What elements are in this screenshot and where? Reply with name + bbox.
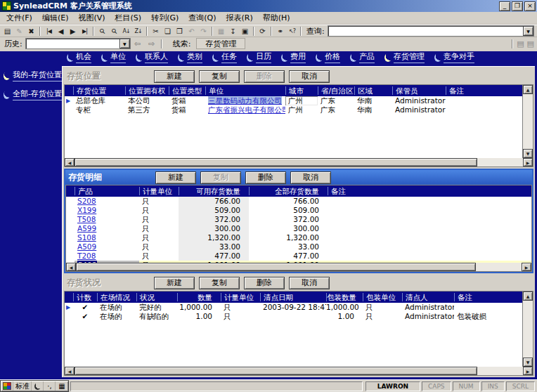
back-icon[interactable]: ⇦: [131, 38, 145, 49]
column-header[interactable]: 在场情况: [97, 293, 136, 301]
scroll-right-icon[interactable]: ▶: [523, 367, 533, 375]
column-header[interactable]: 位置类型: [169, 86, 205, 95]
paste-icon[interactable]: ❒: [174, 26, 186, 37]
column-header[interactable]: 备注: [328, 187, 531, 195]
tab-日历[interactable]: 日历: [242, 51, 276, 63]
product-link[interactable]: A599: [77, 224, 96, 233]
product-link[interactable]: A509: [77, 242, 96, 251]
record-card-icon[interactable]: ▤: [527, 39, 534, 48]
copy-button[interactable]: 复制: [199, 70, 240, 83]
forward-icon[interactable]: ⇨: [145, 38, 159, 49]
sidebar-item-my-stock-locations[interactable]: 我的-存货位置: [0, 70, 62, 81]
scroll-left-icon[interactable]: ◀: [65, 367, 75, 375]
product-link[interactable]: S208: [77, 197, 96, 205]
table-row[interactable]: ✔ 在场的 有缺陷的 1.00 只 1.00 只 Administrator 包…: [65, 312, 522, 321]
redo-icon[interactable]: ↷: [198, 26, 209, 37]
table-row[interactable]: A509只33.0033.00: [66, 242, 531, 251]
menu-item-1[interactable]: 编辑(E): [37, 11, 74, 25]
sort-descending-icon[interactable]: Z↓: [132, 26, 144, 37]
tab-产品[interactable]: 产品: [345, 51, 380, 63]
table-row[interactable]: ▶ ✔ 在场的 完好的 1,000.00 只 2003-09-22 18:47 …: [65, 303, 522, 312]
cell-city-editor[interactable]: 广州: [285, 96, 318, 105]
horizontal-scrollbar[interactable]: ◀ ▶: [64, 367, 533, 376]
ime-logo-icon[interactable]: [1, 381, 13, 391]
minimize-button[interactable]: _: [499, 1, 510, 11]
table-row[interactable]: T508只372.00372.00: [66, 215, 531, 224]
cancel-button[interactable]: 取消: [289, 70, 330, 83]
export-icon[interactable]: ↧: [227, 26, 239, 37]
cell-count-check[interactable]: ✔: [73, 312, 97, 321]
close-button[interactable]: ×: [524, 1, 536, 11]
sidebar-item-all-stock-locations[interactable]: 全部-存货位置: [0, 89, 62, 100]
history-combobox[interactable]: ▼: [25, 38, 131, 49]
product-link[interactable]: T208: [77, 251, 96, 260]
new-button[interactable]: 新建: [154, 70, 195, 83]
column-header[interactable]: 备注: [454, 293, 522, 301]
cell-count-check[interactable]: ✔: [73, 303, 97, 312]
cancel-button[interactable]: 取消: [290, 171, 331, 184]
column-header[interactable]: 全部存货数量: [249, 187, 328, 195]
ime-keyboard-icon[interactable]: ▦: [56, 381, 67, 391]
ime-mode-label[interactable]: 标准: [14, 381, 32, 391]
tab-机会[interactable]: 机会: [62, 51, 96, 63]
column-header[interactable]: 清点人: [402, 293, 454, 301]
menu-item-4[interactable]: 转到(G): [146, 11, 183, 25]
new-button[interactable]: 新建: [154, 277, 195, 289]
column-header[interactable]: 计数: [73, 293, 97, 301]
product-link[interactable]: T508: [77, 215, 96, 223]
query-dropdown-icon[interactable]: ▼: [523, 26, 533, 36]
column-header[interactable]: 备注: [446, 86, 522, 95]
table-row[interactable]: S208只766.00766.00: [66, 197, 531, 206]
tab-竞争对手[interactable]: 竞争对手: [429, 51, 479, 63]
scroll-left-icon[interactable]: ◀: [65, 158, 75, 166]
tab-联系人[interactable]: 联系人: [131, 51, 173, 63]
tab-单位[interactable]: 单位: [96, 51, 131, 63]
new-record-icon[interactable]: ▤: [1, 26, 13, 37]
ime-fullwidth-moon-icon[interactable]: [32, 381, 44, 391]
vertical-scrollbar[interactable]: ▲ ▼: [522, 292, 533, 367]
menu-item-7[interactable]: 帮助(H): [258, 11, 295, 25]
scroll-right-icon[interactable]: ▶: [522, 263, 531, 271]
column-header[interactable]: 省/自治区: [318, 86, 354, 95]
column-header[interactable]: 包装数量: [326, 293, 363, 301]
first-record-icon[interactable]: |◀: [43, 26, 55, 37]
copy-icon[interactable]: ❏: [162, 26, 174, 37]
company-link[interactable]: 广东省振兴电子有限公司: [208, 105, 285, 114]
edit-record-icon[interactable]: ✎: [13, 26, 25, 37]
ime-punctuation-icon[interactable]: ·,: [44, 381, 56, 391]
tab-类别[interactable]: 类别: [173, 51, 207, 63]
prev-record-icon[interactable]: ◀: [55, 26, 67, 37]
menu-item-6[interactable]: 报表(R): [221, 11, 258, 25]
horizontal-scrollbar[interactable]: ◀ ▶: [64, 158, 533, 167]
column-header[interactable]: 计量单位: [139, 187, 179, 195]
help-pointer-icon[interactable]: ↖?: [286, 26, 298, 37]
scrollbar-thumb[interactable]: [75, 367, 477, 375]
menu-item-0[interactable]: 文件(F): [1, 11, 37, 25]
menu-item-2[interactable]: 视图(V): [73, 11, 110, 25]
query-combobox[interactable]: ▼: [328, 25, 534, 37]
scroll-up-icon[interactable]: ▲: [523, 85, 533, 94]
table-row[interactable]: S108只1,320.001,320.00: [66, 233, 531, 242]
column-header[interactable]: 保管员: [392, 86, 446, 95]
refresh-icon[interactable]: ⟳: [257, 26, 268, 37]
table-row[interactable]: A599只300.00300.00: [66, 224, 531, 233]
column-header[interactable]: 可用存货数量: [179, 187, 249, 195]
print-icon[interactable]: ▦: [215, 26, 227, 37]
column-header[interactable]: 区域: [354, 86, 392, 95]
scroll-down-icon[interactable]: ▼: [523, 358, 533, 367]
column-header[interactable]: 数量: [177, 293, 221, 301]
column-header[interactable]: 存货位置: [73, 86, 125, 95]
product-link[interactable]: X199: [77, 206, 96, 214]
find-icon[interactable]: ⚭: [274, 26, 286, 37]
column-header[interactable]: 状况: [136, 293, 177, 301]
column-header[interactable]: 清点日期: [260, 293, 326, 301]
cancel-button[interactable]: 取消: [289, 277, 330, 289]
undo-icon[interactable]: ↶: [186, 26, 198, 37]
table-row[interactable]: 专柜 第三方 货箱 广东省振兴电子有限公司 广州 广东 华南 Administr…: [65, 105, 522, 115]
vertical-scrollbar[interactable]: ▲ ▼: [522, 85, 533, 158]
next-record-icon[interactable]: ▶: [67, 26, 79, 37]
column-header[interactable]: 城市: [285, 86, 318, 95]
tab-价格[interactable]: 价格: [311, 51, 345, 63]
company-link[interactable]: 三星数码动力有限公司: [208, 96, 282, 105]
menu-item-5[interactable]: 查询(Q): [183, 11, 221, 25]
